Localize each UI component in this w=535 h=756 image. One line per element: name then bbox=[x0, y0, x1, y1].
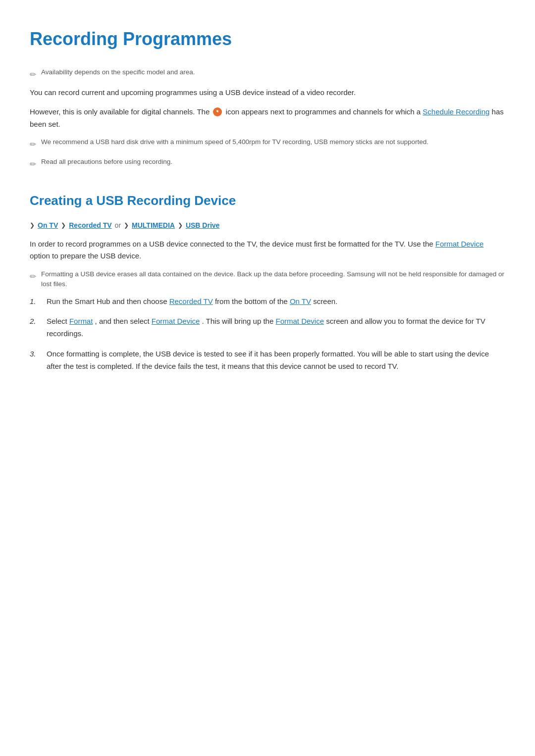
breadcrumb-arrow-1: ❯ bbox=[30, 221, 35, 230]
step-1-number: 1. bbox=[30, 296, 40, 308]
schedule-recording-link[interactable]: Schedule Recording bbox=[423, 107, 489, 116]
note-availability: ✏ Availability depends on the specific m… bbox=[30, 67, 505, 81]
step-3: 3. Once formatting is complete, the USB … bbox=[30, 348, 505, 373]
step-2-number: 2. bbox=[30, 315, 40, 328]
breadcrumb: ❯ On TV ❯ Recorded TV or ❯ MULTIMEDIA ❯ … bbox=[30, 220, 505, 231]
body-format-before: In order to record programmes on a USB d… bbox=[30, 240, 433, 248]
note-precautions-text: Read all precautions before using record… bbox=[41, 157, 172, 167]
steps-list: 1. Run the Smart Hub and then choose Rec… bbox=[30, 296, 505, 373]
step-1-middle: from the bottom of the bbox=[215, 297, 288, 305]
breadcrumb-usb-drive[interactable]: USB Drive bbox=[186, 220, 219, 231]
body-format-after: option to prepare the USB device. bbox=[30, 252, 141, 260]
step-1-recorded-tv-link[interactable]: Recorded TV bbox=[169, 297, 213, 305]
breadcrumb-sep-1: ❯ bbox=[61, 221, 66, 230]
body-format-intro: In order to record programmes on a USB d… bbox=[30, 238, 505, 263]
note-usb-speed: ✏ We recommend a USB hard disk drive wit… bbox=[30, 137, 505, 151]
page-title: Recording Programmes bbox=[30, 25, 505, 53]
breadcrumb-on-tv[interactable]: On TV bbox=[38, 220, 58, 231]
step-3-content: Once formatting is complete, the USB dev… bbox=[47, 348, 505, 373]
body-intro: You can record current and upcoming prog… bbox=[30, 87, 505, 99]
step-2-middle2: . This will bring up the bbox=[202, 317, 274, 325]
format-device-link-1[interactable]: Format Device bbox=[435, 240, 484, 248]
breadcrumb-multimedia[interactable]: MULTIMEDIA bbox=[132, 220, 175, 231]
step-2-middle: , and then select bbox=[95, 317, 150, 325]
step-1-after: screen. bbox=[313, 297, 337, 305]
step-2: 2. Select Format , and then select Forma… bbox=[30, 315, 505, 340]
breadcrumb-or: or bbox=[115, 220, 121, 231]
pencil-icon-4: ✏ bbox=[30, 270, 36, 283]
note-usb-speed-text: We recommend a USB hard disk drive with … bbox=[41, 137, 428, 147]
pencil-icon-3: ✏ bbox=[30, 158, 36, 171]
section2-title: Creating a USB Recording Device bbox=[30, 191, 505, 211]
note-precautions: ✏ Read all precautions before using reco… bbox=[30, 157, 505, 171]
step-2-content: Select Format , and then select Format D… bbox=[47, 315, 505, 340]
note-warning-text: Formatting a USB device erases all data … bbox=[41, 269, 505, 290]
pencil-icon-2: ✏ bbox=[30, 138, 36, 151]
note-availability-text: Availability depends on the specific mod… bbox=[41, 67, 195, 77]
step-1-on-tv-link[interactable]: On TV bbox=[290, 297, 311, 305]
step-2-format-device-link-2[interactable]: Format Device bbox=[275, 317, 324, 325]
breadcrumb-arrow-2: ❯ bbox=[124, 221, 129, 230]
clock-icon bbox=[213, 107, 222, 116]
step-1-before: Run the Smart Hub and then choose bbox=[47, 297, 167, 305]
step-2-format-link[interactable]: Format bbox=[69, 317, 93, 325]
step-1: 1. Run the Smart Hub and then choose Rec… bbox=[30, 296, 505, 308]
body-digital-channels: However, this is only available for digi… bbox=[30, 106, 505, 131]
pencil-icon-1: ✏ bbox=[30, 68, 36, 81]
breadcrumb-sep-2: ❯ bbox=[178, 221, 183, 230]
note-warning: ✏ Formatting a USB device erases all dat… bbox=[30, 269, 505, 290]
step-2-format-device-link[interactable]: Format Device bbox=[152, 317, 200, 325]
step-2-before: Select bbox=[47, 317, 67, 325]
breadcrumb-recorded-tv[interactable]: Recorded TV bbox=[69, 220, 111, 231]
step-1-content: Run the Smart Hub and then choose Record… bbox=[47, 296, 337, 308]
body-digital-before: However, this is only available for digi… bbox=[30, 107, 210, 116]
step-3-number: 3. bbox=[30, 348, 40, 360]
body-digital-after: icon appears next to programmes and chan… bbox=[226, 107, 421, 116]
